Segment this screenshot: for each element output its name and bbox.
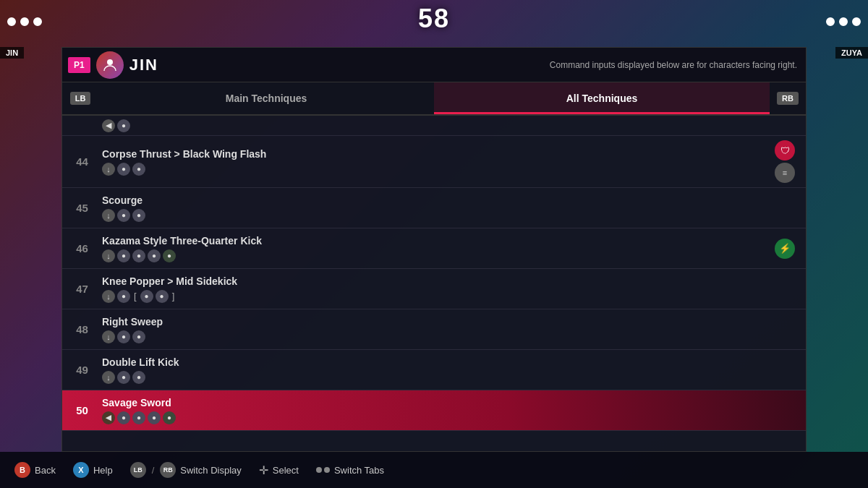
move-name-47: Knee Popper > Mid Sidekick	[102, 275, 770, 287]
dpad-icon: ✛	[259, 463, 268, 477]
tab-all-techniques[interactable]: All Techniques	[434, 82, 770, 114]
hud-dot-1	[7, 17, 16, 26]
badge-green-46: ⚡	[775, 239, 795, 259]
move-number-44: 44	[62, 155, 102, 168]
hud-dot-5	[839, 17, 848, 26]
hud-dot-3	[33, 17, 42, 26]
switch-tabs-label: Switch Tabs	[334, 465, 384, 476]
move-name-44: Corpse Thrust > Black Wing Flash	[102, 148, 770, 160]
hud-dot-4	[826, 17, 835, 26]
move-list[interactable]: ◀ ● 44 Corpse Thrust > Black Wing Flash …	[62, 116, 806, 451]
move-content-48: Right Sweep ↓ ● ●	[102, 316, 770, 343]
move-inputs-50: ◀ ● ● ● ●	[102, 411, 770, 424]
svg-point-0	[107, 59, 113, 65]
timer-display: 58	[418, 4, 450, 34]
input-p1-48: ●	[117, 330, 130, 343]
input-down-46: ↓	[102, 249, 115, 262]
move-name-50: Savage Sword	[102, 397, 770, 408]
input-p3-46: ●	[148, 249, 161, 262]
select-button[interactable]: ✛ Select	[259, 463, 299, 477]
move-content-44: Corpse Thrust > Black Wing Flash ↓ ● ●	[102, 148, 770, 176]
input-p2-49: ●	[132, 371, 145, 384]
move-inputs-47: ↓ ● [ ● ● ]	[102, 290, 770, 303]
top-hud: 58	[0, 0, 868, 43]
rb-badge: RB	[777, 92, 799, 105]
move-row-45[interactable]: 45 Scourge ↓ ● ●	[62, 188, 806, 228]
input-p1-45: ●	[117, 209, 130, 222]
switch-tabs-button[interactable]: Switch Tabs	[316, 465, 384, 476]
tab-main-label: Main Techniques	[226, 93, 307, 104]
input-k1-50: ●	[163, 411, 176, 424]
character-header: P1 JIN Command inputs displayed below ar…	[62, 48, 806, 82]
input-p3-47: ●	[156, 290, 169, 303]
hud-dot-6	[852, 17, 861, 26]
input-p2-47: ●	[140, 290, 153, 303]
switch-display-button[interactable]: LB / RB Switch Display	[130, 462, 242, 478]
p1-badge: P1	[68, 57, 90, 73]
move-inputs-49: ↓ ● ●	[102, 371, 770, 384]
switch-display-label: Switch Display	[180, 465, 242, 476]
hud-dot-2	[20, 17, 29, 26]
move-number-50: 50	[62, 404, 102, 416]
move-number-49: 49	[62, 364, 102, 376]
move-name-45: Scourge	[102, 194, 770, 206]
input-down-45: ↓	[102, 209, 115, 222]
bottom-bar: B Back X Help LB / RB Switch Display ✛ S…	[0, 452, 868, 488]
input-down-49: ↓	[102, 371, 115, 384]
input-p2-44: ●	[132, 163, 145, 176]
input-p1-47: ●	[117, 290, 130, 303]
tab-lb-bumper[interactable]: LB	[62, 92, 98, 105]
input-p2-50: ●	[132, 411, 145, 424]
select-label: Select	[273, 465, 299, 476]
move-content-50: Savage Sword ◀ ● ● ● ●	[102, 397, 770, 424]
move-row-50[interactable]: 50 Savage Sword ◀ ● ● ● ●	[62, 390, 806, 431]
input-k1-46: ●	[163, 249, 176, 262]
input-p2-48: ●	[132, 330, 145, 343]
tab-main-techniques[interactable]: Main Techniques	[98, 82, 434, 114]
move-row-49[interactable]: 49 Double Lift Kick ↓ ● ●	[62, 350, 806, 390]
badge-note-44: ≡	[775, 163, 795, 183]
input-down-44: ↓	[102, 163, 115, 176]
slash-divider: /	[152, 465, 155, 476]
input-p2-46: ●	[132, 249, 145, 262]
input-special-50: ◀	[102, 411, 115, 424]
input-down-48: ↓	[102, 330, 115, 343]
move-content-46: Kazama Style Three-Quarter Kick ↓ ● ● ● …	[102, 235, 770, 262]
player-left-tag: JIN	[0, 47, 24, 59]
move-row-47[interactable]: 47 Knee Popper > Mid Sidekick ↓ ● [ ● ● …	[62, 269, 806, 309]
move-number-48: 48	[62, 323, 102, 335]
move-row-48[interactable]: 48 Right Sweep ↓ ● ●	[62, 309, 806, 350]
move-content-45: Scourge ↓ ● ●	[102, 194, 770, 222]
dot-1	[316, 467, 322, 473]
help-button[interactable]: X Help	[73, 462, 113, 478]
facing-note: Command inputs displayed below are for c…	[550, 60, 797, 70]
input-p1-49: ●	[117, 371, 130, 384]
double-dots-icon	[316, 467, 330, 473]
character-name: JIN	[129, 56, 158, 74]
main-panel: P1 JIN Command inputs displayed below ar…	[61, 47, 807, 452]
move-inputs-48: ↓ ● ●	[102, 330, 770, 343]
bracket-close-47: ]	[172, 291, 175, 301]
back-label: Back	[35, 465, 56, 476]
move-row-44[interactable]: 44 Corpse Thrust > Black Wing Flash ↓ ● …	[62, 136, 806, 188]
hud-dots-right	[826, 17, 861, 26]
move-row-46[interactable]: 46 Kazama Style Three-Quarter Kick ↓ ● ●…	[62, 228, 806, 269]
move-number-46: 46	[62, 242, 102, 254]
input-p1-44: ●	[117, 163, 130, 176]
move-name-46: Kazama Style Three-Quarter Kick	[102, 235, 770, 247]
move-inputs-46: ↓ ● ● ● ●	[102, 249, 770, 262]
tab-rb-bumper[interactable]: RB	[770, 92, 806, 105]
back-button[interactable]: B Back	[14, 462, 56, 478]
player-right-tag: ZUYA	[835, 47, 868, 59]
move-name-49: Double Lift Kick	[102, 356, 770, 368]
move-badge-44: 🛡 ≡	[770, 140, 806, 183]
input-btn-partial: ●	[117, 119, 130, 132]
move-number-45: 45	[62, 202, 102, 214]
partial-inputs: ◀ ●	[102, 119, 130, 132]
move-content-47: Knee Popper > Mid Sidekick ↓ ● [ ● ● ]	[102, 275, 770, 303]
badge-red-44: 🛡	[775, 140, 795, 160]
rb-button-icon: RB	[160, 462, 176, 478]
dot-2	[324, 467, 330, 473]
input-arrow-partial: ◀	[102, 119, 115, 132]
input-p2-45: ●	[132, 209, 145, 222]
